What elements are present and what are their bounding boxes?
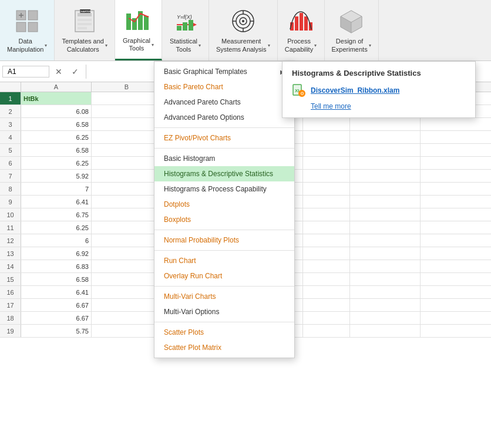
tooltip-filename[interactable]: DiscoverSim_Ribbon.xlam bbox=[311, 86, 399, 95]
svg-rect-32 bbox=[295, 16, 298, 31]
menu-separator-4 bbox=[154, 250, 294, 251]
cell-B2[interactable] bbox=[92, 105, 162, 117]
row-number: 14 bbox=[0, 260, 21, 272]
ribbon-graphical-label: Graphical Tools bbox=[123, 37, 150, 52]
row-number: 11 bbox=[0, 221, 21, 234]
menu-label: Scatter Plots bbox=[164, 328, 204, 336]
menu-label: Overlay Run Chart bbox=[164, 272, 222, 280]
ribbon-process-label: Process Capability bbox=[285, 38, 313, 53]
svg-point-26 bbox=[242, 20, 244, 22]
row-number: 3 bbox=[0, 118, 21, 130]
menu-item-normal-prob[interactable]: Normal Probability Plots bbox=[154, 233, 294, 248]
svg-rect-13 bbox=[126, 14, 131, 30]
row-number: 5 bbox=[0, 144, 21, 156]
menu-label: EZ Pivot/Pivot Charts bbox=[164, 134, 231, 142]
menu-item-basic-histogram[interactable]: Basic Histogram bbox=[154, 151, 294, 166]
data-manipulation-arrow: ▾ bbox=[45, 43, 47, 48]
file-icon: XL ⚙ bbox=[292, 83, 306, 97]
row-number: 19 bbox=[0, 325, 21, 337]
svg-rect-8 bbox=[78, 19, 92, 21]
row-number: 15 bbox=[0, 273, 21, 285]
row-number: 16 bbox=[0, 286, 21, 298]
svg-rect-16 bbox=[144, 16, 149, 30]
ribbon-templates-calculators[interactable]: CHARTER Templates and Calculators ▾ bbox=[55, 0, 115, 60]
menu-label: Basic Histogram bbox=[164, 154, 215, 163]
menu-item-advanced-pareto-options[interactable]: Advanced Pareto Options bbox=[154, 110, 294, 125]
menu-label: Scatter Plot Matrix bbox=[164, 343, 221, 352]
formula-divider bbox=[86, 65, 86, 79]
ribbon-templates-label: Templates and Calculators bbox=[62, 38, 104, 53]
row-number: 12 bbox=[0, 234, 21, 247]
graphical-tools-icon bbox=[124, 6, 152, 35]
menu-label: Boxplots bbox=[164, 215, 191, 224]
ribbon-statistical-tools[interactable]: Y=f(X) Statistical Tools ▾ bbox=[162, 0, 209, 60]
row-num-header bbox=[0, 82, 21, 92]
col-header-A: A bbox=[21, 82, 92, 92]
menu-item-dotplots[interactable]: Dotplots bbox=[154, 197, 294, 212]
menu-item-scatter-plots[interactable]: Scatter Plots bbox=[154, 325, 294, 340]
cell-B1[interactable] bbox=[92, 92, 162, 105]
row-number: 7 bbox=[0, 170, 21, 182]
menu-label: Advanced Pareto Charts bbox=[164, 98, 241, 106]
ribbon-data-manipulation-label: Data Manipulation bbox=[7, 38, 43, 53]
menu-item-overlay-run[interactable]: Overlay Run Chart bbox=[154, 268, 294, 284]
statistical-tools-icon: Y=f(X) bbox=[171, 7, 199, 35]
row-number: 1 bbox=[0, 92, 21, 105]
menu-label: Run Chart bbox=[164, 257, 196, 265]
menu-label: Histograms & Process Capability bbox=[164, 185, 267, 193]
ribbon-design-experiments[interactable]: Design of Experiments ▾ bbox=[325, 0, 379, 60]
data-manipulation-icon bbox=[13, 7, 41, 35]
tooltip-file-row: XL ⚙ DiscoverSim_Ribbon.xlam bbox=[292, 83, 466, 97]
svg-rect-20 bbox=[177, 26, 181, 31]
formula-confirm-btn[interactable]: ✓ bbox=[68, 65, 82, 79]
menu-separator-3 bbox=[154, 230, 294, 230]
svg-rect-33 bbox=[300, 13, 303, 31]
svg-rect-2 bbox=[16, 22, 26, 32]
statistical-arrow: ▾ bbox=[199, 43, 201, 48]
svg-text:⚙: ⚙ bbox=[300, 91, 304, 96]
cell-reference[interactable]: A1 bbox=[2, 66, 49, 78]
cell-A1[interactable]: HtBk bbox=[21, 92, 92, 105]
menu-item-ez-pivot[interactable]: EZ Pivot/Pivot Charts bbox=[154, 130, 294, 146]
measurement-arrow: ▾ bbox=[268, 43, 270, 48]
ribbon-measurement-systems[interactable]: Measurement Systems Analysis ▾ bbox=[209, 0, 278, 60]
row-number: 10 bbox=[0, 208, 21, 221]
process-capability-icon bbox=[287, 7, 315, 35]
row-number: 6 bbox=[0, 157, 21, 169]
menu-item-hist-process[interactable]: Histograms & Process Capability bbox=[154, 181, 294, 197]
svg-rect-21 bbox=[183, 22, 187, 31]
menu-item-multi-vari-options[interactable]: Multi-Vari Options bbox=[154, 304, 294, 319]
cell-A3[interactable]: 6.58 bbox=[21, 118, 92, 130]
menu-item-hist-descriptive[interactable]: Histograms & Descriptive Statistics bbox=[154, 166, 294, 181]
menu-item-run-chart[interactable]: Run Chart bbox=[154, 253, 294, 268]
ribbon-statistical-label: Statistical Tools bbox=[170, 38, 197, 53]
menu-item-basic-graphical-templates[interactable]: Basic Graphical Templates ▶ bbox=[154, 64, 294, 79]
menu-label: Advanced Pareto Options bbox=[164, 113, 244, 122]
svg-rect-9 bbox=[78, 23, 92, 25]
design-arrow: ▾ bbox=[369, 43, 371, 48]
svg-marker-19 bbox=[193, 23, 197, 26]
row-number: 9 bbox=[0, 196, 21, 208]
process-arrow: ▾ bbox=[314, 43, 317, 48]
graphical-arrow: ▾ bbox=[152, 42, 154, 48]
menu-item-basic-pareto-chart[interactable]: Basic Pareto Chart bbox=[154, 79, 294, 95]
menu-item-boxplots[interactable]: Boxplots bbox=[154, 212, 294, 227]
row-number: 18 bbox=[0, 312, 21, 324]
menu-separator-6 bbox=[154, 322, 294, 322]
menu-item-advanced-pareto-charts[interactable]: Advanced Pareto Charts bbox=[154, 95, 294, 110]
ribbon-process-capability[interactable]: Process Capability ▾ bbox=[278, 0, 325, 60]
menu-label: Normal Probability Plots bbox=[164, 236, 239, 244]
tooltip-popup: Histograms & Descriptive Statistics XL ⚙… bbox=[282, 61, 476, 118]
formula-cancel-btn[interactable]: ✕ bbox=[52, 65, 66, 79]
graphical-tools-dropdown: Basic Graphical Templates ▶ Basic Pareto… bbox=[154, 61, 295, 358]
menu-separator-1 bbox=[154, 127, 294, 128]
cell-A2[interactable]: 6.08 bbox=[21, 105, 92, 117]
ribbon-data-manipulation[interactable]: Data Manipulation ▾ bbox=[0, 0, 55, 60]
svg-rect-3 bbox=[28, 22, 38, 32]
menu-item-scatter-matrix[interactable]: Scatter Plot Matrix bbox=[154, 340, 294, 355]
tooltip-tell-more-link[interactable]: Tell me more bbox=[292, 102, 466, 110]
svg-rect-34 bbox=[304, 16, 308, 31]
templates-calculators-icon: CHARTER bbox=[70, 7, 99, 35]
ribbon-graphical-tools[interactable]: Graphical Tools ▾ bbox=[115, 0, 162, 60]
menu-item-multi-vari[interactable]: Multi-Vari Charts bbox=[154, 289, 294, 304]
